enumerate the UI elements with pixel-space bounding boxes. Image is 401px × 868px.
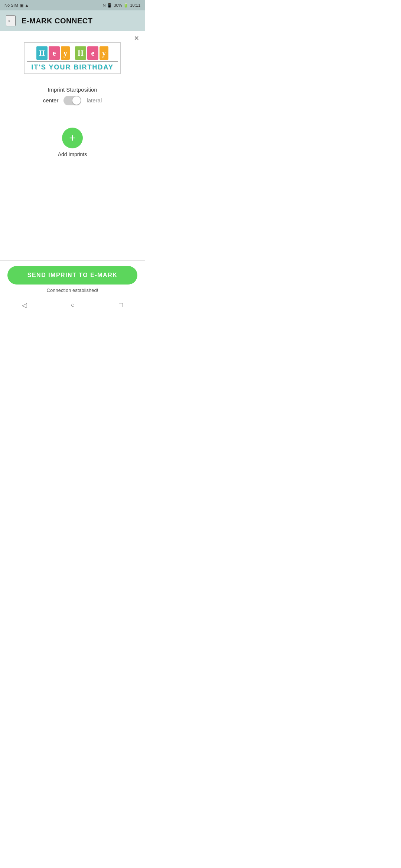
bottom-area: SEND IMPRINT TO E-MARK Connection establ… — [0, 260, 145, 297]
battery-icon: 🔋 — [123, 3, 128, 8]
nav-home-icon[interactable]: ○ — [71, 301, 75, 309]
letter-e1: e — [49, 46, 60, 60]
nav-recent-icon[interactable]: □ — [119, 301, 123, 309]
lateral-option-label: lateral — [87, 97, 102, 103]
letter-H1: H — [36, 46, 48, 60]
stamp-divider — [27, 61, 118, 62]
main-content: × H e y H e y IT'S YOUR BIRTHDAY Imprint… — [0, 31, 145, 269]
time-label: 10:11 — [130, 3, 140, 7]
vibrate-icon: 📳 — [107, 3, 112, 8]
start-position-toggle[interactable] — [63, 96, 81, 105]
letter-e2: e — [87, 46, 98, 60]
wifi-icon: ▲ — [25, 3, 29, 7]
close-button[interactable]: × — [134, 33, 139, 43]
toggle-knob — [72, 96, 81, 105]
no-sim-label: No SIM — [4, 3, 18, 7]
nav-back-icon[interactable]: ◁ — [22, 301, 27, 309]
nfc-icon: N — [102, 3, 105, 7]
center-option-label: center — [43, 97, 59, 103]
status-bar: No SIM ▣ ▲ N 📳 30% 🔋 10:11 — [0, 0, 145, 10]
toggle-row: center lateral — [43, 96, 102, 105]
sim-icon: ▣ — [20, 3, 23, 8]
add-imprints-label: Add Imprints — [58, 151, 87, 157]
add-imprints-section: + Add Imprints — [58, 128, 87, 157]
header-title: E-MARK CONNECT — [22, 17, 92, 25]
birthday-text: IT'S YOUR BIRTHDAY — [31, 63, 113, 71]
stamp-preview: H e y H e y IT'S YOUR BIRTHDAY — [24, 42, 121, 74]
imprint-startposition-section: Imprint Startposition center lateral — [43, 80, 102, 105]
letter-y2: y — [100, 46, 108, 60]
hey-hey-row: H e y H e y — [36, 46, 108, 60]
send-imprint-button[interactable]: SEND IMPRINT TO E-MARK — [7, 266, 137, 285]
add-imprints-button[interactable]: + — [62, 128, 83, 148]
status-left: No SIM ▣ ▲ — [4, 3, 29, 8]
battery-label: 30% — [114, 3, 122, 7]
letter-H2: H — [75, 46, 86, 60]
back-button[interactable]: ← — [6, 15, 16, 26]
connection-status: Connection established! — [47, 287, 98, 293]
app-header: ← E-MARK CONNECT — [0, 10, 145, 31]
status-right: N 📳 30% 🔋 10:11 — [102, 3, 140, 8]
start-position-label: Imprint Startposition — [48, 86, 97, 93]
nav-bar: ◁ ○ □ — [0, 297, 145, 313]
letter-y1: y — [61, 46, 70, 60]
